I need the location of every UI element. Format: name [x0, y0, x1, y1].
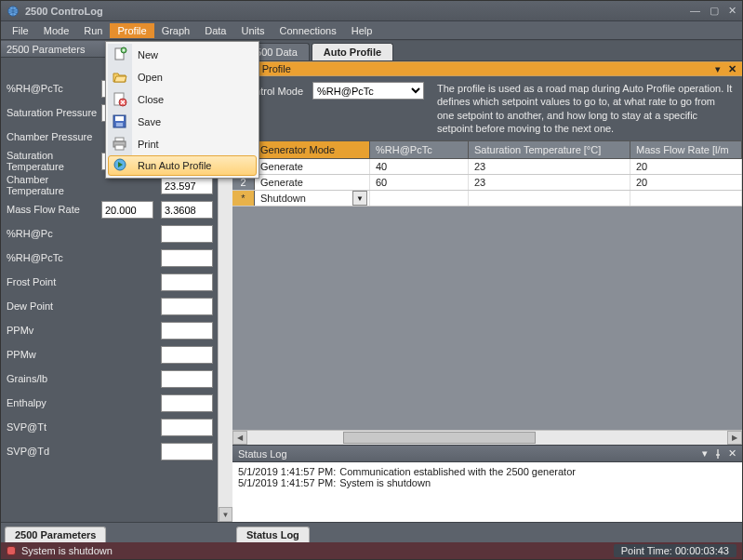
param-label: Saturation Temperature [7, 150, 100, 174]
cell-rh[interactable]: 60 [370, 175, 469, 190]
menu-item-open[interactable]: Open [108, 66, 257, 88]
grid-new-row[interactable]: * Shutdown ▼ [232, 191, 742, 207]
grid-row[interactable]: 2 Generate 60 23 20 [232, 175, 742, 191]
menu-graph[interactable]: Graph [154, 23, 198, 38]
param-input[interactable] [161, 394, 213, 412]
auto-profile-description: The profile is used as a road map during… [437, 82, 733, 135]
panel-title: 2500 Parameters [7, 44, 85, 55]
grid-header: Point Generator Mode %RH@PcTc Saturation… [232, 140, 742, 159]
panel-dropdown-icon[interactable]: ▾ [702, 447, 708, 460]
menu-bar: File Mode Run Profile Graph Data Units C… [1, 21, 742, 40]
col-generator-mode[interactable]: Generator Mode [255, 141, 370, 158]
print-icon [112, 136, 128, 153]
param-label: %RH@Pc [7, 222, 100, 247]
svg-rect-8 [115, 138, 124, 141]
svg-rect-7 [116, 123, 123, 127]
param-input[interactable] [161, 249, 213, 267]
log-message: Communication established with the 2500 … [339, 466, 576, 477]
param-label: SVP@Td [7, 440, 100, 464]
menu-item-label: New [138, 49, 158, 60]
scroll-thumb[interactable] [343, 432, 535, 444]
col-mass-flow[interactable]: Mass Flow Rate [l/m [630, 141, 742, 158]
status-log-bottom-tabs: Status Log [232, 522, 742, 542]
menu-item-save[interactable]: Save [108, 111, 257, 133]
param-input[interactable] [161, 322, 213, 340]
horizontal-scrollbar[interactable]: ◀ ▶ [232, 430, 742, 445]
cell-sat[interactable] [469, 191, 630, 206]
cell-mode[interactable]: Generate [255, 159, 370, 174]
cell-flow[interactable] [630, 191, 742, 206]
menu-item-print[interactable]: Print [108, 133, 257, 155]
param-input[interactable] [161, 370, 213, 388]
scroll-track[interactable] [247, 431, 727, 445]
param-input[interactable] [101, 201, 153, 219]
param-input[interactable] [161, 419, 213, 436]
param-input[interactable] [161, 273, 213, 291]
status-log-entry: 5/1/2019 1:41:57 PM: System is shutdown [238, 477, 736, 488]
param-label: PPMw [7, 343, 100, 367]
cell-mode-combo[interactable]: Shutdown ▼ [255, 191, 370, 206]
status-log-panel: Status Log ▾ ✕ 5/1/2019 1:41:57 PM: Comm… [232, 445, 742, 542]
scroll-down-button[interactable]: ▼ [219, 507, 232, 522]
status-indicator-icon [7, 546, 16, 555]
pin-icon[interactable] [713, 449, 723, 459]
param-label: SVP@Tt [7, 416, 100, 440]
param-label: Chamber Temperature [7, 174, 100, 198]
col-rh[interactable]: %RH@PcTc [370, 141, 469, 158]
scroll-right-button[interactable]: ▶ [727, 431, 742, 445]
right-panel: 2500 Data Auto Profile Auto Profile ▾ ✕ … [232, 41, 742, 542]
col-saturation-temp[interactable]: Saturation Temperature [°C] [469, 141, 630, 158]
profile-menu-dropdown: New Open Close Save Print Run Auto Profi… [105, 41, 259, 179]
app-window: 2500 ControLog — ▢ ✕ File Mode Run Profi… [0, 0, 743, 560]
tab-status-log[interactable]: Status Log [236, 527, 310, 542]
status-bar: System is shutdown Point Time: 00:00:03:… [1, 542, 742, 559]
timer-value: 00:00:03:43 [675, 545, 729, 556]
maximize-button[interactable]: ▢ [710, 5, 719, 17]
cell-rh[interactable] [370, 191, 469, 206]
menu-data[interactable]: Data [197, 23, 233, 38]
menu-help[interactable]: Help [344, 23, 380, 38]
svg-rect-6 [115, 116, 124, 121]
menu-item-new[interactable]: New [108, 44, 257, 66]
menu-connections[interactable]: Connections [272, 23, 344, 38]
menu-units[interactable]: Units [233, 23, 272, 38]
param-input[interactable] [161, 443, 213, 460]
app-icon [7, 5, 20, 18]
control-row: Control Mode %RH@PcTc The profile is use… [232, 76, 742, 140]
menu-item-run-auto-profile[interactable]: Run Auto Profile [108, 155, 257, 176]
tab-auto-profile[interactable]: Auto Profile [312, 43, 393, 60]
right-top-tabs: 2500 Data Auto Profile [232, 41, 742, 61]
log-message: System is shutdown [339, 477, 431, 488]
auto-profile-close-icon[interactable]: ✕ [728, 63, 736, 75]
param-input[interactable] [161, 225, 213, 243]
control-mode-select[interactable]: %RH@PcTc [312, 82, 424, 100]
param-input[interactable] [161, 346, 213, 364]
menu-mode[interactable]: Mode [36, 23, 77, 38]
cell-mode[interactable]: Generate [255, 175, 370, 190]
cell-flow[interactable]: 20 [630, 159, 742, 174]
minimize-button[interactable]: — [690, 5, 700, 17]
cell-sat[interactable]: 23 [469, 175, 630, 190]
combo-value: Shutdown [257, 193, 306, 204]
grid-row[interactable]: 1 Generate 40 23 20 [232, 159, 742, 175]
menu-run[interactable]: Run [76, 23, 110, 38]
auto-profile-dropdown-icon[interactable]: ▾ [715, 63, 721, 75]
cell-rh[interactable]: 40 [370, 159, 469, 174]
param-input[interactable] [161, 298, 213, 315]
tab-2500-parameters[interactable]: 2500 Parameters [5, 527, 106, 542]
menu-item-label: Close [138, 94, 164, 105]
param-input[interactable] [161, 201, 213, 219]
chevron-down-icon[interactable]: ▼ [352, 191, 367, 206]
run-icon [113, 157, 129, 174]
menu-file[interactable]: File [5, 23, 36, 38]
close-window-button[interactable]: ✕ [728, 5, 736, 17]
menu-item-close[interactable]: Close [108, 88, 257, 111]
scroll-left-button[interactable]: ◀ [232, 431, 247, 445]
cell-sat[interactable]: 23 [469, 159, 630, 174]
panel-close-icon[interactable]: ✕ [728, 447, 736, 460]
param-input[interactable] [161, 177, 213, 194]
profile-grid: Point Generator Mode %RH@PcTc Saturation… [232, 140, 742, 207]
open-icon [112, 69, 128, 86]
menu-profile[interactable]: Profile [110, 23, 153, 38]
cell-flow[interactable]: 20 [630, 175, 742, 190]
